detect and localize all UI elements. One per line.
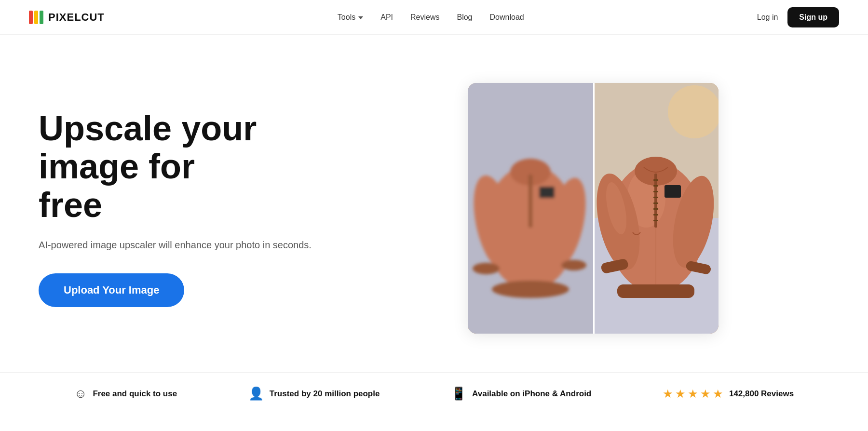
- image-after: [593, 83, 719, 334]
- reviews-link[interactable]: Reviews: [410, 13, 439, 21]
- nav-reviews-item[interactable]: Reviews: [410, 13, 439, 22]
- hero-right: [328, 83, 829, 334]
- stripe-green: [40, 11, 43, 24]
- stat-reviews: ★ ★ ★ ★ ★ 142,800 Reviews: [663, 387, 794, 401]
- hero-subtitle: AI-powered image upscaler will enhance y…: [39, 238, 328, 252]
- hero-title-line1: Upscale your image for: [39, 109, 257, 186]
- svg-point-8: [492, 281, 569, 298]
- comparison-image: [468, 83, 719, 334]
- stripe-red: [29, 11, 33, 24]
- upload-button[interactable]: Upload Your Image: [39, 273, 184, 307]
- tools-label: Tools: [338, 13, 355, 22]
- svg-rect-31: [665, 185, 681, 198]
- person-icon: 👤: [248, 386, 264, 401]
- nav-auth: Log in Sign up: [757, 7, 839, 27]
- hero-title-line2: free: [39, 186, 102, 224]
- logo[interactable]: PIXELCUT: [29, 11, 105, 24]
- navbar: PIXELCUT Tools API Reviews Blog Download…: [0, 0, 868, 35]
- stars-row: ★ ★ ★ ★ ★ 142,800 Reviews: [663, 387, 794, 401]
- stat-free: ☺ Free and quick to use: [74, 386, 177, 401]
- svg-rect-5: [529, 175, 532, 228]
- login-button[interactable]: Log in: [757, 13, 778, 22]
- blog-link[interactable]: Blog: [457, 13, 472, 21]
- stat-trusted-text: Trusted by 20 million people: [270, 389, 380, 399]
- stripe-yellow: [34, 11, 38, 24]
- svg-point-7: [561, 260, 586, 270]
- hero-section: Upscale your image for free AI-powered i…: [0, 35, 868, 372]
- logo-text: PIXELCUT: [48, 11, 105, 24]
- signup-button[interactable]: Sign up: [787, 7, 839, 27]
- star-1: ★: [663, 387, 673, 401]
- stat-free-text: Free and quick to use: [93, 389, 177, 399]
- reviews-count: 142,800 Reviews: [729, 389, 794, 399]
- chevron-down-icon: [358, 16, 363, 19]
- svg-point-6: [473, 263, 500, 274]
- nav-api-item[interactable]: API: [380, 13, 393, 22]
- star-5: ★: [713, 387, 723, 401]
- nav-tools-item[interactable]: Tools: [338, 13, 363, 22]
- svg-rect-30: [617, 284, 694, 298]
- stat-trusted: 👤 Trusted by 20 million people: [248, 386, 380, 401]
- svg-rect-9: [539, 187, 555, 198]
- star-4: ★: [700, 387, 711, 401]
- download-link[interactable]: Download: [490, 13, 524, 21]
- nav-download-item[interactable]: Download: [490, 13, 524, 22]
- stat-mobile: 📱 Available on iPhone & Android: [451, 386, 591, 401]
- hero-left: Upscale your image for free AI-powered i…: [39, 109, 328, 307]
- smiley-icon: ☺: [74, 386, 87, 401]
- image-before: [468, 83, 593, 334]
- star-2: ★: [675, 387, 686, 401]
- mobile-icon: 📱: [451, 386, 466, 401]
- stat-mobile-text: Available on iPhone & Android: [472, 389, 591, 399]
- svg-point-12: [668, 85, 719, 138]
- star-3: ★: [688, 387, 698, 401]
- nav-links: Tools API Reviews Blog Download: [338, 13, 524, 22]
- nav-blog-item[interactable]: Blog: [457, 13, 472, 22]
- logo-stripes: [29, 11, 43, 24]
- footer-stats: ☺ Free and quick to use 👤 Trusted by 20 …: [0, 372, 868, 415]
- comparison-divider: [593, 83, 595, 334]
- api-link[interactable]: API: [380, 13, 393, 21]
- hero-title: Upscale your image for free: [39, 109, 328, 224]
